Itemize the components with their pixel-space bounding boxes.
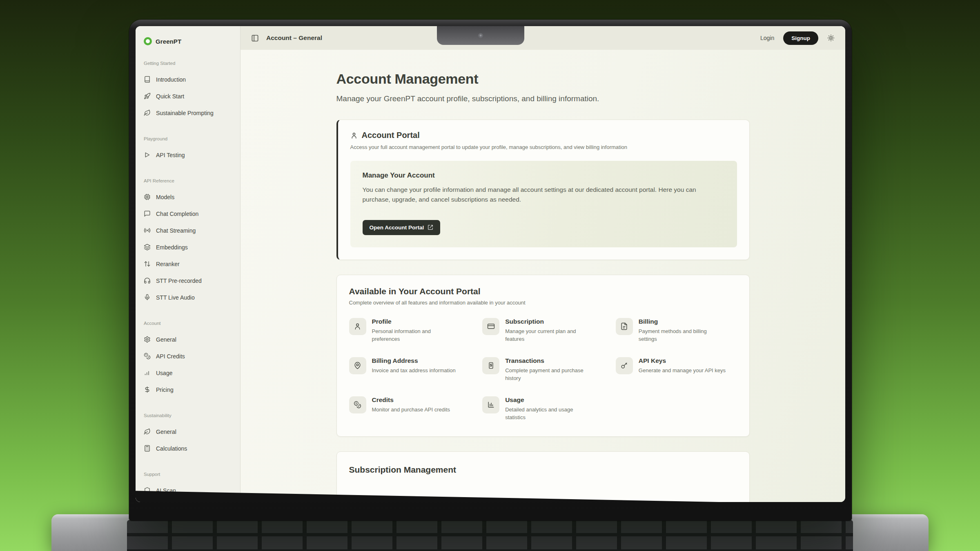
sidebar-item-chat-streaming[interactable]: Chat Streaming — [136, 222, 240, 239]
map-pin-icon — [349, 357, 366, 374]
main-column: Account – General Login Signup Account M… — [241, 26, 845, 502]
subscription-management-title: Subscription Management — [349, 465, 737, 475]
page-breadcrumb-title: Account – General — [266, 34, 322, 42]
brand-logo[interactable]: GreenPT — [136, 26, 240, 51]
signup-button[interactable]: Signup — [783, 31, 818, 45]
feature-billing: Billing Payment methods and billing sett… — [616, 318, 737, 343]
feature-profile: Profile Personal information and prefere… — [349, 318, 470, 343]
leaf-icon — [144, 109, 151, 116]
sidebar-item-sustainable-prompting[interactable]: Sustainable Prompting — [136, 104, 240, 121]
calculator-icon — [144, 445, 151, 452]
app-window: GreenPT Getting Started Introduction Qui… — [136, 26, 845, 502]
coins-icon — [349, 396, 366, 413]
layers-icon — [144, 244, 151, 251]
message-icon — [144, 210, 151, 217]
feature-transactions: Transactions Complete payment and purcha… — [482, 357, 604, 382]
page-subtitle: Manage your GreenPT account profile, sub… — [336, 94, 750, 103]
leaf-icon — [144, 428, 151, 435]
laptop-screen-frame: GreenPT Getting Started Introduction Qui… — [129, 20, 852, 521]
panel-left-icon[interactable] — [251, 34, 259, 42]
sidebar-item-usage[interactable]: Usage — [136, 364, 240, 381]
feature-billing-address: Billing Address Invoice and tax address … — [349, 357, 470, 382]
chart-column-icon — [482, 396, 499, 413]
banknote-icon — [482, 357, 499, 374]
sidebar-item-calculations[interactable]: Calculations — [136, 440, 240, 457]
rocket-icon — [144, 93, 151, 100]
features-card-subtitle: Complete overview of all features and in… — [349, 300, 737, 306]
file-text-icon — [616, 318, 633, 335]
available-features-card: Available in Your Account Portal Complet… — [336, 275, 750, 437]
manage-account-body: You can change your profile information … — [363, 185, 725, 204]
account-portal-description: Access your full account management port… — [350, 144, 737, 150]
dollar-icon — [144, 386, 151, 393]
user-icon — [349, 318, 366, 335]
features-grid: Profile Personal information and prefere… — [349, 318, 737, 422]
key-icon — [616, 357, 633, 374]
topbar: Account – General Login Signup — [241, 26, 845, 50]
section-label: API Reference — [136, 177, 240, 184]
sidebar-item-reranker[interactable]: Reranker — [136, 256, 240, 272]
sidebar-item-chat-completion[interactable]: Chat Completion — [136, 205, 240, 222]
login-link[interactable]: Login — [760, 35, 774, 41]
section-label: Getting Started — [136, 60, 240, 67]
sidebar-section-account: Account General API Credits Usage — [136, 320, 240, 398]
laptop-keyboard — [127, 520, 853, 551]
sidebar-section-api-reference: API Reference Models Chat Completion Cha… — [136, 177, 240, 306]
sidebar-item-quick-start[interactable]: Quick Start — [136, 88, 240, 104]
section-label: Playground — [136, 135, 240, 142]
account-portal-header: Account Portal — [350, 131, 737, 140]
sidebar-section-getting-started: Getting Started Introduction Quick Start… — [136, 60, 240, 121]
sidebar-item-api-testing[interactable]: API Testing — [136, 147, 240, 163]
cpu-icon — [144, 193, 151, 200]
sidebar-section-sustainability: Sustainability General Calculations — [136, 412, 240, 457]
book-icon — [144, 76, 151, 83]
feature-api-keys: API Keys Generate and manage your API ke… — [616, 357, 737, 382]
external-link-icon — [428, 224, 433, 230]
section-label: Support — [136, 471, 240, 478]
feature-subscription: Subscription Manage your current plan an… — [482, 318, 604, 343]
sidebar-item-sustainability-general[interactable]: General — [136, 423, 240, 440]
credit-card-icon — [482, 318, 499, 335]
sidebar-item-account-general[interactable]: General — [136, 331, 240, 348]
sidebar-item-introduction[interactable]: Introduction — [136, 71, 240, 88]
brand-name: GreenPT — [156, 38, 181, 45]
broadcast-icon — [144, 227, 151, 234]
app-screen: GreenPT Getting Started Introduction Qui… — [136, 26, 845, 502]
open-account-portal-button[interactable]: Open Account Portal — [363, 220, 441, 235]
content-scroll-area[interactable]: Account Management Manage your GreenPT a… — [241, 50, 845, 502]
signal-bars-icon — [144, 369, 151, 376]
webcam-icon — [479, 33, 483, 38]
sidebar-item-pricing[interactable]: Pricing — [136, 381, 240, 398]
coins-icon — [144, 353, 151, 360]
section-label: Account — [136, 320, 240, 327]
headphones-icon — [144, 277, 151, 284]
sidebar-item-api-credits[interactable]: API Credits — [136, 348, 240, 364]
open-account-portal-label: Open Account Portal — [370, 224, 424, 231]
manage-account-panel: Manage Your Account You can change your … — [350, 161, 737, 247]
subscription-management-card: Subscription Management — [336, 451, 750, 502]
sun-icon[interactable] — [827, 34, 835, 42]
feature-credits: Credits Monitor and purchase API credits — [349, 396, 470, 422]
gear-icon — [144, 336, 151, 343]
account-portal-title: Account Portal — [362, 131, 420, 140]
manage-account-title: Manage Your Account — [363, 171, 725, 180]
section-label: Sustainability — [136, 412, 240, 419]
account-portal-card: Account Portal Access your full account … — [336, 120, 750, 260]
page-title: Account Management — [336, 71, 750, 87]
feature-usage: Usage Detailed analytics and usage stati… — [482, 396, 604, 422]
sidebar-item-stt-live-audio[interactable]: STT Live Audio — [136, 289, 240, 306]
topbar-actions: Login Signup — [760, 31, 835, 45]
sidebar-item-embeddings[interactable]: Embeddings — [136, 239, 240, 256]
features-card-title: Available in Your Account Portal — [349, 287, 737, 296]
mic-icon — [144, 294, 151, 301]
camera-notch — [437, 26, 524, 45]
content-container: Account Management Manage your GreenPT a… — [336, 71, 750, 502]
sidebar-section-playground: Playground API Testing — [136, 135, 240, 163]
play-icon — [144, 151, 151, 158]
sidebar-item-stt-pre-recorded[interactable]: STT Pre-recorded — [136, 272, 240, 289]
user-icon — [350, 132, 358, 139]
sidebar-item-models[interactable]: Models — [136, 189, 240, 205]
arrow-up-down-icon — [144, 260, 151, 267]
background-gradient: GreenPT Getting Started Introduction Qui… — [0, 0, 980, 551]
sidebar: GreenPT Getting Started Introduction Qui… — [136, 26, 241, 502]
